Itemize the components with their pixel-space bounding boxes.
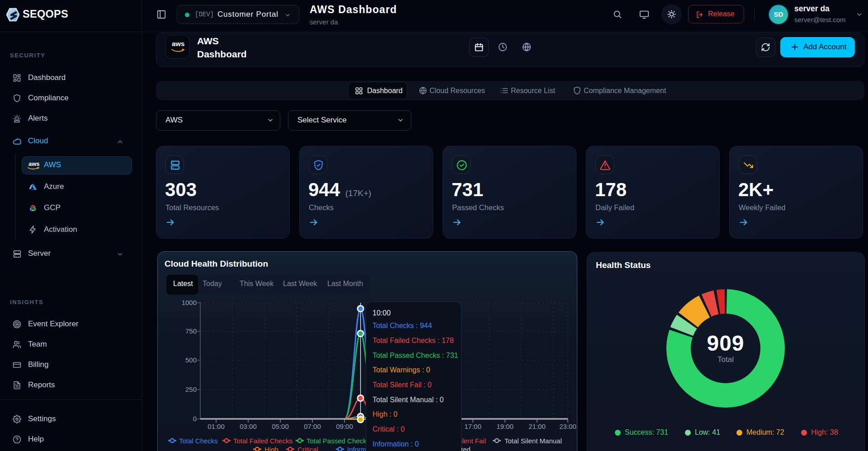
svg-text:09:00: 09:00 <box>336 423 353 430</box>
svg-text:0: 0 <box>193 415 197 423</box>
svg-text:23:00: 23:00 <box>559 423 576 430</box>
svg-text:07:00: 07:00 <box>304 423 321 430</box>
svg-text:17:00: 17:00 <box>464 423 481 430</box>
svg-text:Total Failed Checks: Total Failed Checks <box>233 437 292 445</box>
svg-text:03:00: 03:00 <box>240 423 257 430</box>
svg-text:High: High <box>264 446 278 451</box>
svg-text:Critical: Critical <box>297 446 318 451</box>
svg-text:21:00: 21:00 <box>528 423 546 430</box>
svg-text:250: 250 <box>185 385 197 393</box>
svg-text:Total Silent Manual: Total Silent Manual <box>505 437 562 445</box>
svg-text:750: 750 <box>185 327 197 335</box>
svg-text:Total Checks: Total Checks <box>179 437 218 445</box>
svg-text:19:00: 19:00 <box>496 423 514 430</box>
svg-text:01:00: 01:00 <box>208 423 225 430</box>
svg-text:1000: 1000 <box>182 299 197 306</box>
svg-text:500: 500 <box>185 356 197 364</box>
svg-text:Total Passed Checks: Total Passed Checks <box>307 437 370 445</box>
svg-text:05:00: 05:00 <box>272 423 289 430</box>
